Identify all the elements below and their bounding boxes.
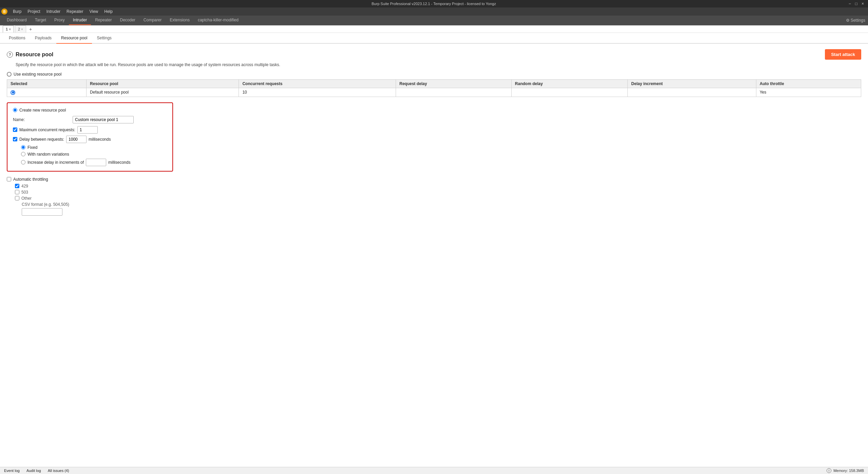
menu-bar: B Burp Project Intruder Repeater View He… xyxy=(0,7,868,16)
add-tab-button[interactable]: + xyxy=(27,26,34,33)
tab-captcha[interactable]: captcha-killer-modified xyxy=(194,16,243,25)
menu-project[interactable]: Project xyxy=(25,8,43,15)
random-label: With random variations xyxy=(27,152,69,157)
tab-intruder[interactable]: Intruder xyxy=(69,16,91,25)
minimize-button[interactable]: − xyxy=(847,1,852,6)
page-description: Specify the resource pool in which the a… xyxy=(16,62,861,67)
create-new-label: Create new resource pool xyxy=(19,108,66,113)
create-new-radio[interactable]: Create new resource pool xyxy=(13,108,167,113)
tab1-label: 1 xyxy=(6,27,8,31)
tab-resource-pool[interactable]: Resource pool xyxy=(56,33,92,44)
row-request-delay xyxy=(396,88,511,97)
increment-label: Increase delay in increments of xyxy=(27,160,84,165)
random-variations-row: With random variations xyxy=(21,152,167,157)
increment-unit: milliseconds xyxy=(108,160,130,165)
throttle-429-label: 429 xyxy=(21,184,28,189)
fixed-radio[interactable] xyxy=(21,145,25,150)
audit-log-link[interactable]: Audit log xyxy=(26,469,41,473)
random-radio[interactable] xyxy=(21,152,25,156)
settings-label: Settings xyxy=(851,18,865,23)
max-concurrent-row: Maximum concurrent requests: xyxy=(13,126,167,134)
row-auto-throttle: Yes xyxy=(756,88,861,97)
delay-row: Delay between requests: milliseconds xyxy=(13,136,167,143)
max-concurrent-label: Maximum concurrent requests: xyxy=(19,127,75,132)
tab-settings[interactable]: Settings xyxy=(92,33,116,44)
menu-help[interactable]: Help xyxy=(101,8,115,15)
menu-repeater[interactable]: Repeater xyxy=(64,8,86,15)
gear-icon: ⚙ xyxy=(846,18,850,23)
tab2-label: 2 xyxy=(18,27,20,31)
settings-button[interactable]: ⚙ Settings xyxy=(846,18,865,23)
increment-row: Increase delay in increments of millisec… xyxy=(21,159,167,166)
delay-input[interactable] xyxy=(66,136,87,143)
tab-extensions[interactable]: Extensions xyxy=(166,16,194,25)
row-radio-selected xyxy=(11,90,15,95)
close-button[interactable]: × xyxy=(860,1,865,6)
fixed-label: Fixed xyxy=(27,145,37,150)
throttle-other-checkbox[interactable] xyxy=(15,196,19,200)
all-issues-link[interactable]: All issues (4) xyxy=(48,469,69,473)
create-pool-section: Create new resource pool Name: Maximum c… xyxy=(7,102,173,172)
tab-positions[interactable]: Positions xyxy=(4,33,30,44)
use-existing-radio[interactable]: Use existing resource pool xyxy=(7,72,861,77)
col-auto-throttle: Auto throttle xyxy=(756,80,861,88)
menu-view[interactable]: View xyxy=(87,8,101,15)
intruder-tab-2[interactable]: 2 × xyxy=(15,25,26,33)
col-concurrent: Concurrent requests xyxy=(239,80,396,88)
tab-dashboard[interactable]: Dashboard xyxy=(3,16,31,25)
max-concurrent-checkbox[interactable] xyxy=(13,127,17,132)
burp-logo: B xyxy=(1,8,7,15)
col-selected: Selected xyxy=(7,80,87,88)
throttle-csv-row: CSV format (e.g. 504,505) xyxy=(15,202,861,207)
info-icon: i xyxy=(827,468,831,473)
increment-input[interactable] xyxy=(86,159,106,166)
menu-burp[interactable]: Burp xyxy=(10,8,24,15)
throttle-503-label: 503 xyxy=(21,190,28,195)
throttle-sub-options: 429 503 Other CSV format (e.g. 504,505) xyxy=(15,184,861,216)
name-label: Name: xyxy=(13,117,71,122)
tab-target[interactable]: Target xyxy=(31,16,50,25)
window-title: Burp Suite Professional v2023.12.1 - Tem… xyxy=(20,2,847,6)
use-existing-radio-circle xyxy=(7,72,12,77)
tab-decoder[interactable]: Decoder xyxy=(116,16,139,25)
row-concurrent: 10 xyxy=(239,88,396,97)
throttle-503-checkbox[interactable] xyxy=(15,190,19,194)
intruder-nav: Positions Payloads Resource pool Setting… xyxy=(0,33,868,44)
menu-intruder[interactable]: Intruder xyxy=(44,8,63,15)
tab2-close[interactable]: × xyxy=(21,27,23,31)
delay-checkbox[interactable] xyxy=(13,137,17,141)
start-attack-button[interactable]: Start attack xyxy=(825,49,861,60)
nav-tabs: Dashboard Target Proxy Intruder Repeater… xyxy=(0,16,868,25)
throttle-other-row: Other xyxy=(15,196,861,201)
memory-info: i Memory: 158.3MB xyxy=(827,468,864,473)
col-request-delay: Request delay xyxy=(396,80,511,88)
max-concurrent-input[interactable] xyxy=(77,126,98,134)
help-icon[interactable]: ? xyxy=(7,52,13,58)
main-content: ? Resource pool Start attack Specify the… xyxy=(0,44,868,467)
maximize-button[interactable]: □ xyxy=(854,1,859,6)
tab1-close[interactable]: × xyxy=(9,27,11,31)
throttle-429-checkbox[interactable] xyxy=(15,184,19,188)
intruder-tab-1[interactable]: 1 × xyxy=(3,25,14,33)
table-row[interactable]: Default resource pool 10 Yes xyxy=(7,88,861,97)
tab-proxy[interactable]: Proxy xyxy=(50,16,69,25)
name-input[interactable] xyxy=(73,116,134,123)
auto-throttle-checkbox[interactable] xyxy=(7,177,11,181)
page-title-row: ? Resource pool xyxy=(7,52,53,58)
increment-radio[interactable] xyxy=(21,160,25,164)
tab-repeater[interactable]: Repeater xyxy=(91,16,116,25)
page-header: ? Resource pool Start attack xyxy=(7,49,861,60)
tab-payloads[interactable]: Payloads xyxy=(30,33,56,44)
col-delay-increment: Delay increment xyxy=(628,80,756,88)
create-new-radio-input[interactable] xyxy=(13,108,17,112)
throttle-csv-input[interactable] xyxy=(22,208,62,216)
tab-comparer[interactable]: Comparer xyxy=(139,16,166,25)
delay-unit: milliseconds xyxy=(89,137,111,142)
sub-tabs-row: 1 × 2 × + xyxy=(0,25,868,33)
throttle-other-label: Other xyxy=(21,196,32,201)
event-log-link[interactable]: Event log xyxy=(4,469,20,473)
status-bar: Event log Audit log All issues (4) i Mem… xyxy=(0,467,868,474)
row-delay-increment xyxy=(628,88,756,97)
col-random-delay: Random delay xyxy=(511,80,628,88)
auto-throttle-row: Automatic throttling xyxy=(7,177,861,182)
